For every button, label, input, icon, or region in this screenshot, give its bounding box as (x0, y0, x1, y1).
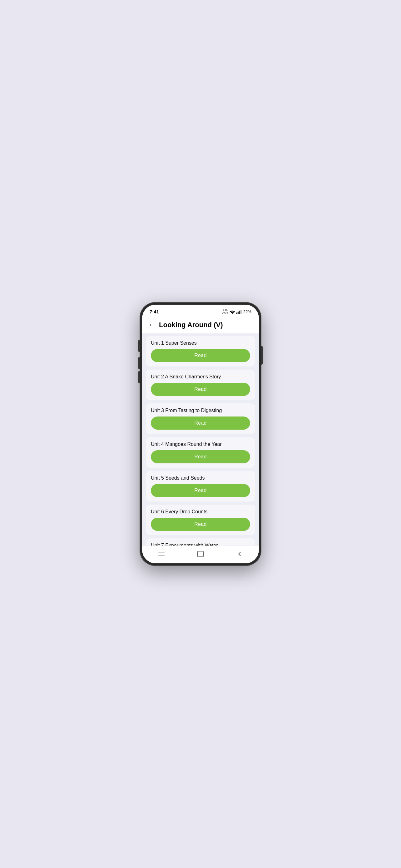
kb-s-indicator: 1.00 KB/S (222, 308, 228, 315)
nav-home-button[interactable] (194, 550, 207, 558)
read-button-5[interactable]: Read (151, 484, 250, 497)
read-button-6[interactable]: Read (151, 518, 250, 531)
svg-rect-2 (238, 312, 239, 314)
unit-card-4: Unit 4 Mangoes Round the YearRead (146, 437, 255, 468)
units-list: Unit 1 Super SensesReadUnit 2 A Snake Ch… (142, 333, 259, 546)
svg-rect-1 (236, 312, 237, 314)
svg-rect-4 (240, 310, 241, 314)
unit-card-1: Unit 1 Super SensesRead (146, 336, 255, 367)
status-icons: 1.00 KB/S 22% (222, 308, 252, 315)
read-button-2[interactable]: Read (151, 383, 250, 396)
read-button-3[interactable]: Read (151, 416, 250, 430)
read-button-4[interactable]: Read (151, 450, 250, 463)
svg-rect-9 (198, 551, 203, 557)
status-bar: 7:41 1.00 KB/S 22% (142, 305, 259, 317)
unit-card-6: Unit 6 Every Drop CountsRead (146, 505, 255, 535)
wifi-icon (230, 310, 235, 314)
svg-rect-5 (241, 310, 242, 314)
signal-icon (236, 310, 242, 314)
svg-rect-3 (239, 311, 239, 314)
read-button-1[interactable]: Read (151, 349, 250, 362)
unit-card-5: Unit 5 Seeds and SeedsRead (146, 471, 255, 501)
unit-card-3: Unit 3 From Tasting to DigestingRead (146, 403, 255, 434)
unit-title-6: Unit 6 Every Drop Counts (151, 509, 250, 515)
nav-menu-button[interactable] (155, 550, 168, 558)
bottom-navigation (142, 546, 259, 563)
unit-title-2: Unit 2 A Snake Charmer's Story (151, 374, 250, 380)
page-title: Looking Around (V) (159, 321, 223, 329)
unit-title-1: Unit 1 Super Senses (151, 340, 250, 346)
nav-back-button[interactable] (233, 550, 246, 558)
svg-point-0 (232, 313, 233, 314)
unit-title-5: Unit 5 Seeds and Seeds (151, 475, 250, 481)
unit-title-3: Unit 3 From Tasting to Digesting (151, 408, 250, 413)
battery-level: 22% (243, 309, 252, 314)
unit-title-7: Unit 7 Experiments with Water (151, 543, 250, 546)
phone-screen: 7:41 1.00 KB/S 22% (142, 305, 259, 563)
header: ← Looking Around (V) (142, 317, 259, 333)
back-button[interactable]: ← (148, 321, 155, 329)
status-time: 7:41 (149, 309, 159, 314)
unit-card-7: Unit 7 Experiments with WaterRead (146, 538, 255, 546)
phone-frame: 7:41 1.00 KB/S 22% (140, 302, 261, 566)
unit-card-2: Unit 2 A Snake Charmer's StoryRead (146, 370, 255, 400)
unit-title-4: Unit 4 Mangoes Round the Year (151, 441, 250, 447)
